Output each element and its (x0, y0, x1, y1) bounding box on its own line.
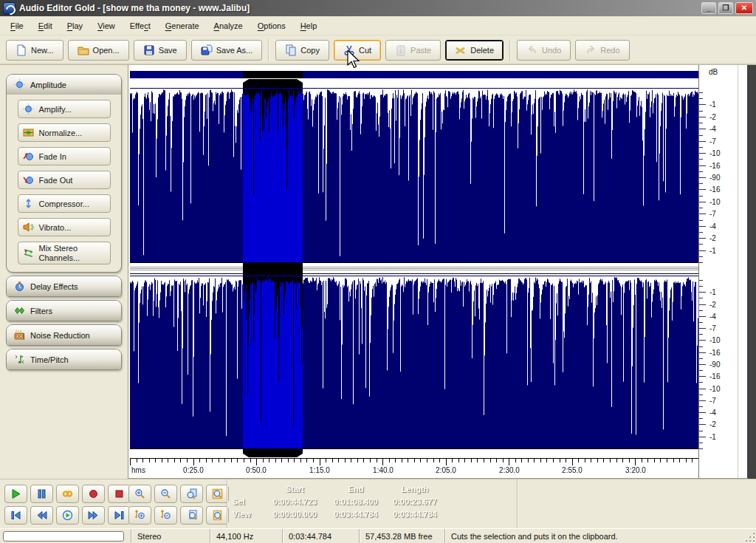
stereo-waveform-canvas[interactable] (130, 71, 698, 458)
vibrato-button[interactable]: Vibrato... (18, 218, 111, 236)
record-button[interactable] (82, 485, 105, 503)
panel-noise-reduction: Noise Reduction (6, 324, 122, 346)
db-label: -2 (709, 300, 716, 308)
panel-label: Delay Effects (30, 282, 78, 291)
menu-effect[interactable]: Effect (123, 18, 158, 33)
menu-generate[interactable]: Generate (158, 18, 207, 33)
db-tick (699, 437, 706, 437)
vzoom-in-button[interactable] (128, 506, 151, 525)
timeline-ruler[interactable]: hms 0:25.00:50.01:15.01:40.02:05.02:30.0… (130, 458, 698, 478)
menu-file[interactable]: File (3, 18, 31, 33)
undo-button[interactable]: Undo (517, 40, 571, 61)
normalize-button[interactable]: Normalize... (18, 123, 111, 142)
minimize-button[interactable]: _ (701, 2, 716, 14)
save-button[interactable]: Save (134, 40, 187, 61)
db-label: -1 (709, 432, 716, 440)
undo-arrow-icon (526, 44, 538, 56)
compressor-icon (23, 198, 34, 209)
panel-delay-effects: Delay Effects (6, 276, 122, 297)
app-icon (3, 2, 16, 15)
waveform-display[interactable]: hms 0:25.00:50.01:15.01:40.02:05.02:30.0… (128, 65, 747, 479)
status-bar: Stereo 44,100 Hz 0:03:44.784 57,453.28 M… (0, 528, 756, 543)
panel-header-filters[interactable]: Filters (7, 301, 121, 321)
db-label: -4 (709, 409, 716, 417)
close-button[interactable]: ✕ (735, 2, 753, 14)
play-selection-button[interactable] (56, 506, 79, 525)
scale-hairline (738, 65, 738, 479)
status-free-space: 57,453.28 MB free (360, 529, 445, 543)
new-button[interactable]: New... (6, 40, 63, 61)
menu-help[interactable]: Help (293, 18, 325, 33)
zoom-full-vertical-button[interactable] (206, 506, 229, 525)
zoom-selection-vertical-button[interactable] (180, 506, 203, 525)
button-label: Mix Stereo Channels... (39, 244, 106, 262)
noise-reduction-icon (14, 329, 25, 341)
rewind-button[interactable] (30, 506, 53, 525)
zoom-full-button[interactable] (206, 485, 229, 503)
db-label: -90 (709, 361, 720, 369)
panel-header-amplitude[interactable]: Amplitude (7, 75, 121, 95)
zoom-selection-button[interactable] (180, 485, 203, 503)
db-label: -10 (709, 336, 720, 344)
amplify-button[interactable]: Amplify... (18, 100, 111, 118)
menu-analyze[interactable]: Analyze (207, 18, 250, 33)
db-tick (699, 250, 706, 251)
fade-out-button[interactable]: Fade Out (18, 171, 111, 189)
view-length-value: 0:03:44.784 (385, 510, 444, 522)
go-end-button[interactable] (108, 506, 131, 525)
go-start-button[interactable] (4, 506, 27, 525)
panel-amplitude: Amplitude Amplify... Normalize... Fade I… (6, 74, 122, 273)
panel-header-noise-reduction[interactable]: Noise Reduction (7, 325, 121, 345)
open-button[interactable]: Open... (68, 40, 129, 61)
loop-button[interactable] (56, 485, 79, 503)
fade-in-button[interactable]: Fade In (18, 147, 111, 165)
menu-options[interactable]: Options (250, 18, 293, 33)
db-label: -7 (709, 324, 716, 332)
panel-separator (227, 479, 228, 528)
db-tick (699, 141, 706, 142)
timeline-label: 2:55.0 (562, 466, 583, 474)
compressor-button[interactable]: Compressor... (18, 194, 111, 213)
panel-header-delay-effects[interactable]: Delay Effects (7, 276, 121, 296)
db-tick (699, 310, 703, 311)
db-tick (699, 424, 706, 425)
play-button[interactable] (4, 485, 27, 503)
db-label: -4 (709, 125, 716, 133)
resize-grip[interactable] (745, 532, 755, 542)
save-as-button[interactable]: Save As... (191, 40, 263, 61)
db-label: -16 (709, 372, 720, 380)
sel-start-value: 0:00:44.723 (264, 497, 326, 510)
db-tick (699, 322, 703, 323)
mix-stereo-channels-button[interactable]: Mix Stereo Channels... (18, 242, 111, 264)
button-label: Fade Out (39, 176, 73, 185)
effects-sidebar: Amplitude Amplify... Normalize... Fade I… (0, 65, 128, 479)
normalize-icon (23, 127, 34, 138)
db-tick (699, 418, 703, 419)
panel-header-time-pitch[interactable]: Time/Pitch (7, 349, 121, 369)
stop-button[interactable] (108, 485, 131, 503)
fast-forward-button[interactable] (82, 506, 105, 525)
menu-play[interactable]: Play (60, 18, 90, 33)
zoom-in-button[interactable] (128, 485, 151, 503)
redo-button[interactable]: Redo (575, 40, 629, 61)
vzoom-out-button[interactable] (154, 506, 177, 525)
paste-button[interactable]: Paste (385, 40, 441, 61)
restore-button[interactable]: ❐ (718, 2, 733, 14)
delete-button[interactable]: Delete (445, 40, 504, 61)
db-tick (699, 400, 706, 401)
button-label: Paste (410, 46, 431, 55)
menu-view[interactable]: View (90, 18, 123, 33)
zoom-out-button[interactable] (154, 485, 177, 503)
db-tick (699, 286, 703, 287)
timeline-label: 1:40.0 (373, 466, 394, 474)
menu-edit[interactable]: Edit (31, 18, 60, 33)
copy-button[interactable]: Copy (275, 40, 329, 61)
db-tick (699, 220, 703, 221)
timeline-label: 2:30.0 (499, 466, 520, 474)
timeline-label: 3:20.0 (625, 466, 646, 474)
db-tick (699, 123, 703, 123)
redo-arrow-icon (585, 44, 597, 56)
cut-button[interactable]: Cut (334, 40, 381, 61)
pause-button[interactable] (30, 485, 53, 503)
db-tick (699, 171, 703, 172)
